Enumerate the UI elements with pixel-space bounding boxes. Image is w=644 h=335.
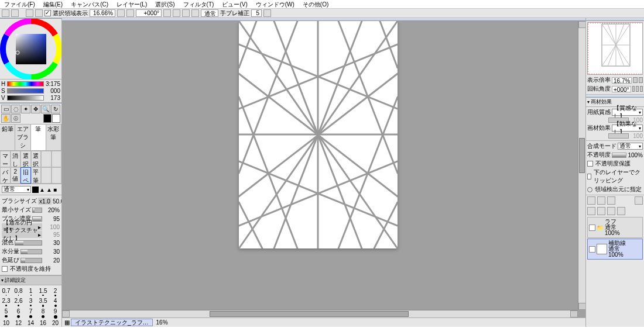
navigator-titlebar[interactable] xyxy=(586,18,644,21)
brush-size-2.6[interactable]: 2.6 xyxy=(14,298,23,307)
brush-size-14[interactable]: 14 xyxy=(26,320,35,327)
menu-edit[interactable]: 編集(E) xyxy=(39,0,67,8)
rotation-field[interactable]: +000° xyxy=(136,9,162,17)
brush-size-5[interactable]: 5 xyxy=(2,308,11,319)
nav-zoom-in-icon[interactable] xyxy=(639,77,643,83)
brush-size-3.5[interactable]: 3.5 xyxy=(39,298,47,307)
picker-icon[interactable]: ⦾ xyxy=(11,114,20,123)
draw-mode-select[interactable]: 通常 xyxy=(2,186,31,193)
invert-sel-button[interactable] xyxy=(35,9,43,17)
scroll-up-icon[interactable] xyxy=(578,21,585,28)
redo-button[interactable] xyxy=(11,9,19,17)
rot-left-button[interactable] xyxy=(163,9,171,17)
nav-zoom-value[interactable]: 16.7% xyxy=(612,77,632,84)
v-scrollbar[interactable] xyxy=(578,21,585,310)
density-slider[interactable] xyxy=(32,216,42,222)
min-size-slider[interactable] xyxy=(32,208,42,213)
tool-マーカー[interactable]: マーカー xyxy=(0,151,11,167)
water-slider[interactable] xyxy=(20,249,42,254)
tool-旧ペン1[interactable]: 旧ペン1 xyxy=(20,167,31,184)
merge-down-icon[interactable] xyxy=(587,207,595,215)
transfer-down-icon[interactable] xyxy=(607,196,615,205)
brush-size-12[interactable]: 12 xyxy=(14,320,23,327)
navigator[interactable] xyxy=(587,22,643,75)
new-layer-icon[interactable] xyxy=(587,196,595,205)
flatten-icon[interactable] xyxy=(597,207,605,215)
layer-mask-icon[interactable] xyxy=(635,196,643,205)
brush-size-2.3[interactable]: 2.3 xyxy=(2,298,11,307)
color-wheel[interactable] xyxy=(0,19,61,80)
brush-size-7[interactable]: 7 xyxy=(26,308,35,319)
layer-ラフ[interactable]: 📁ラフ通常100% xyxy=(587,217,643,238)
protect-opacity-check[interactable] xyxy=(587,161,593,167)
opacity-slider[interactable] xyxy=(612,153,626,158)
menu-window[interactable]: ウィンドウ(W) xyxy=(252,0,299,8)
blend-normal-icon[interactable] xyxy=(32,187,39,193)
tab-brush[interactable]: 筆 xyxy=(31,125,46,150)
undo-button[interactable] xyxy=(2,9,9,17)
zoom-out-button[interactable] xyxy=(117,9,125,17)
paper-select[interactable]: 【質感なし】 xyxy=(612,109,643,116)
scroll-down-icon[interactable] xyxy=(578,303,585,310)
layer-visibility-icon[interactable] xyxy=(589,246,595,253)
effect-select[interactable]: 【効果なし】 xyxy=(612,125,643,132)
canvas-paper[interactable] xyxy=(239,21,398,248)
blend-a-icon[interactable]: ▲ xyxy=(39,187,46,193)
scroll-left-icon[interactable] xyxy=(62,310,70,317)
show-selection-check[interactable] xyxy=(44,10,51,16)
brush-size-2[interactable]: 2 xyxy=(51,288,60,296)
stabilizer-menu-button[interactable] xyxy=(263,9,271,17)
keep-opacity-check[interactable] xyxy=(2,266,8,272)
tab-waterbrush[interactable]: 水彩筆 xyxy=(46,125,61,150)
rot-reset-button[interactable] xyxy=(182,9,190,17)
move-icon[interactable]: ✥ xyxy=(31,105,40,113)
blend-b-icon[interactable]: ▲ xyxy=(46,187,53,193)
blend-c-icon[interactable]: ■ xyxy=(53,187,60,193)
menu-canvas[interactable]: キャンバス(C) xyxy=(67,0,112,8)
tab-pencil[interactable]: 鉛筆 xyxy=(0,125,15,150)
h-slider[interactable] xyxy=(7,81,44,87)
brush-texture-select[interactable]: 【テクスチャなし】▸ xyxy=(2,231,42,238)
brush-size-8[interactable]: 8 xyxy=(39,308,47,319)
menu-select[interactable]: 選択(S) xyxy=(151,0,179,8)
rot-right-button[interactable] xyxy=(173,9,180,17)
menu-layer[interactable]: レイヤー(L) xyxy=(112,0,151,8)
tool-選択消し[interactable]: 選択消し xyxy=(31,151,42,167)
menu-other[interactable]: その他(O) xyxy=(299,0,333,8)
extend-slider[interactable] xyxy=(20,258,42,263)
bg-color-swatch[interactable] xyxy=(52,114,60,123)
new-group-icon[interactable] xyxy=(597,196,605,205)
menu-filter[interactable]: フィルタ(T) xyxy=(179,0,218,8)
flip-button[interactable] xyxy=(191,9,199,17)
rect-select-icon[interactable]: ▭ xyxy=(1,105,11,113)
lasso-icon[interactable]: ◌ xyxy=(11,105,20,113)
brush-size-4[interactable]: 4 xyxy=(51,298,60,307)
comp-select[interactable]: 通常 xyxy=(618,143,643,150)
tool-バケツ[interactable]: バケツ xyxy=(0,167,11,184)
tool-2値ペン[interactable]: 2値ペン xyxy=(11,167,21,184)
brush-size-0.8[interactable]: 0.8 xyxy=(14,288,23,296)
deselect-button[interactable] xyxy=(26,9,33,17)
brush-size-9[interactable]: 9 xyxy=(51,308,60,319)
detect-src-radio[interactable] xyxy=(587,187,592,192)
brush-size-1[interactable]: 1 xyxy=(26,288,35,296)
menu-view[interactable]: ビュー(V) xyxy=(218,0,251,8)
delete-layer-icon[interactable] xyxy=(617,207,625,215)
zoom-in-button[interactable] xyxy=(126,9,134,17)
h-scrollbar[interactable] xyxy=(62,310,578,317)
layer-補助線[interactable]: 補助線通常100% xyxy=(587,239,643,260)
blend-slider[interactable] xyxy=(15,240,42,246)
nav-rot-right-icon[interactable] xyxy=(636,86,639,92)
tool-消しゴム[interactable]: 消しゴム xyxy=(11,151,21,167)
layer-visibility-icon[interactable] xyxy=(589,225,595,231)
fg-color-swatch[interactable] xyxy=(43,114,52,123)
rotate-icon[interactable]: ↻ xyxy=(51,105,60,113)
tab-airbrush[interactable]: エアブラシ xyxy=(15,125,30,150)
nav-rot-left-icon[interactable] xyxy=(632,86,635,92)
brush-size-16[interactable]: 16 xyxy=(39,320,47,327)
wand-icon[interactable]: ✦ xyxy=(21,105,30,113)
hand-icon[interactable]: ✋ xyxy=(1,114,11,123)
detail-header[interactable]: 詳細設定 xyxy=(0,275,61,285)
nav-rot-reset-icon[interactable] xyxy=(640,86,643,92)
nav-rot-value[interactable]: +000° xyxy=(612,86,631,92)
